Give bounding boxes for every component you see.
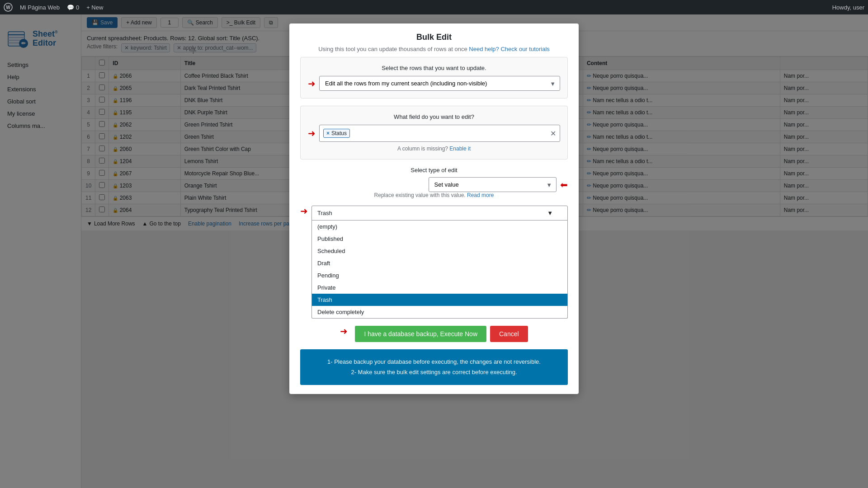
help-link[interactable]: Need help? Check our tutorials bbox=[469, 46, 550, 52]
edit-type-right-arrow: ⬅ bbox=[560, 179, 568, 190]
value-dropdown-trigger[interactable]: Trash ▼ bbox=[311, 206, 568, 221]
modal-overlay: ✛ Bulk Edit Using this tool you can upda… bbox=[0, 14, 868, 488]
edit-type-label: Select type of edit bbox=[300, 167, 568, 174]
modal-actions: ➜ I have a database backup, Execute Now … bbox=[300, 326, 568, 342]
rows-select[interactable]: Edit all the rows from my current search… bbox=[319, 76, 560, 91]
field-section: What field do you want to edit? ➜ × Stat… bbox=[300, 106, 568, 160]
new-label: + New bbox=[86, 4, 103, 11]
dropdown-option[interactable]: Published bbox=[312, 233, 567, 245]
site-name-btn[interactable]: Mi Página Web bbox=[20, 4, 60, 11]
value-arrow: ➜ bbox=[300, 206, 308, 216]
read-more-link[interactable]: Read more bbox=[467, 192, 494, 198]
field-tag[interactable]: × Status bbox=[323, 129, 350, 138]
rows-arrow: ➜ bbox=[308, 78, 316, 89]
value-dropdown-list: (empty)PublishedScheduledDraftPendingPri… bbox=[311, 221, 568, 319]
enable-it-link[interactable]: Enable it bbox=[449, 145, 471, 152]
edit-type-section: Select type of edit Set valueAppendPrepe… bbox=[300, 167, 568, 198]
value-selected-label: Trash bbox=[317, 210, 332, 216]
bulk-edit-modal: Bulk Edit Using this tool you can update… bbox=[289, 23, 579, 394]
edit-type-select[interactable]: Set valueAppendPrependReplace bbox=[429, 177, 557, 192]
wp-logo-btn[interactable]: W bbox=[4, 3, 13, 12]
dropdown-option[interactable]: Scheduled bbox=[312, 245, 567, 257]
warning-box: 1- Please backup your database before ex… bbox=[300, 349, 568, 385]
column-missing-text: A column is missing? Enable it bbox=[308, 145, 560, 152]
dropdown-option[interactable]: (empty) bbox=[312, 221, 567, 233]
modal-title: Bulk Edit bbox=[300, 33, 568, 42]
comments-btn[interactable]: 💬 0 bbox=[67, 4, 79, 11]
comment-icon: 💬 bbox=[67, 4, 74, 11]
modal-body: Select the rows that you want to update.… bbox=[289, 57, 579, 394]
howdy-text: Howdy, user bbox=[832, 4, 864, 11]
field-tag-remove[interactable]: × bbox=[326, 130, 330, 136]
execute-button[interactable]: I have a database backup, Execute Now bbox=[355, 326, 486, 342]
value-desc: Replace existing value with this value. … bbox=[300, 192, 568, 198]
move-handle[interactable]: ✛ bbox=[190, 46, 197, 56]
dropdown-option[interactable]: Delete completely bbox=[312, 306, 567, 318]
site-name: Mi Página Web bbox=[20, 4, 60, 11]
dropdown-option[interactable]: Pending bbox=[312, 269, 567, 282]
field-tag-label: Status bbox=[331, 130, 347, 136]
svg-text:W: W bbox=[6, 5, 10, 10]
warning-line-2: 2- Make sure the bulk edit settings are … bbox=[309, 367, 559, 377]
admin-bar: W Mi Página Web 💬 0 + New Howdy, user bbox=[0, 0, 868, 14]
modal-header: Bulk Edit Using this tool you can update… bbox=[289, 23, 579, 57]
value-dropdown-arrow: ▼ bbox=[547, 210, 553, 216]
dropdown-option[interactable]: Trash bbox=[312, 294, 567, 306]
new-btn[interactable]: + New bbox=[86, 4, 103, 11]
cancel-button[interactable]: Cancel bbox=[490, 326, 528, 342]
modal-subtitle: Using this tool you can update thousands… bbox=[300, 46, 568, 52]
field-arrow: ➜ bbox=[308, 128, 316, 139]
field-section-label: What field do you want to edit? bbox=[308, 113, 560, 120]
execute-arrow: ➜ bbox=[340, 326, 348, 342]
warning-line-1: 1- Please backup your database before ex… bbox=[309, 357, 559, 367]
rows-section: Select the rows that you want to update.… bbox=[300, 57, 568, 99]
rows-section-label: Select the rows that you want to update. bbox=[308, 65, 560, 71]
dropdown-option[interactable]: Private bbox=[312, 282, 567, 294]
comments-count: 0 bbox=[76, 4, 79, 11]
dropdown-option[interactable]: Draft bbox=[312, 257, 567, 269]
field-clear-btn[interactable]: ✕ bbox=[550, 129, 556, 138]
